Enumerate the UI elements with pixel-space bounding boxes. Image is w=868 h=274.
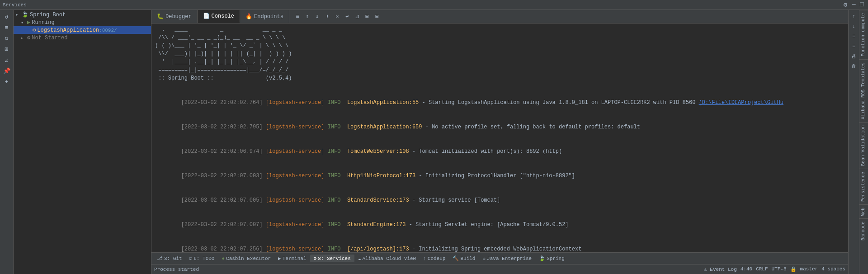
logstash-icon: ⚙ (33, 27, 36, 33)
charset-display[interactable]: UTF-8 (772, 266, 787, 272)
scroll-up-btn[interactable]: ↑ (849, 12, 859, 21)
services-tree: ▾ 🍃 Spring Boot ▾ ▶ Running ⚙ LogstashAp… (14, 10, 151, 274)
alibaba-label: Alibaba Cloud View (362, 256, 416, 261)
scroll-down-btn[interactable]: ↓ (849, 22, 859, 31)
ascii-line-1: . ____ _ __ _ _ (155, 25, 844, 33)
git-label: 3: Git (164, 256, 182, 261)
far-right-label-barcode[interactable]: Barcode (859, 218, 868, 243)
ascii-line-3: ( ( )\___ | '_ | '_| | '_ \/ _` | \ \ \ … (155, 42, 844, 50)
minimize-icon[interactable]: ─ (850, 1, 857, 9)
casbin-label: Casbin Executor (226, 256, 271, 261)
logstash-port: :8892/ (99, 28, 117, 33)
right-sidebar: ↑ ↓ ≡ ≡ 🖨 🗑 (848, 10, 859, 274)
tabs-bar: 🐛 Debugger 📄 Console 🔥 Endpoints ≡ ⇑ ⇓ ⬇… (151, 10, 848, 24)
title-bar-text: Services (3, 2, 27, 8)
todo-icon: ☑ (189, 255, 193, 261)
clear-btn[interactable]: ✕ (333, 12, 342, 21)
far-right-label-function-compute[interactable]: Function compute (859, 10, 868, 59)
branch-display[interactable]: master (800, 266, 818, 272)
tab-java-enterprise[interactable]: ☕ Java Enterprise (479, 255, 535, 262)
alibaba-icon: ☁ (358, 255, 361, 261)
settings-icon[interactable]: ⚙ (842, 1, 849, 9)
arrow-icon: ▾ (21, 20, 26, 25)
log-line-7: [2022-03-02 22:02:07.256] [logstash-serv… (155, 237, 844, 252)
ascii-line-2: /\\ / ___'_ __ _ _(_)_ __ __ _ \ \ \ \ (155, 33, 844, 42)
tab-codeup[interactable]: ↑ Codeup (420, 255, 449, 262)
java-enterprise-label: Java Enterprise (487, 256, 532, 261)
tab-spring[interactable]: 🍃 Spring (535, 255, 568, 262)
scroll-up-btn[interactable]: ⇑ (303, 12, 312, 21)
endpoints-icon: 🔥 (245, 13, 252, 20)
tree-item-logstash[interactable]: ⚙ LogstashApplication :8892/ (14, 26, 151, 34)
format-btn[interactable]: ≡ (849, 42, 859, 51)
far-right-label-bean-validation[interactable]: Bean Validation (859, 122, 868, 169)
group-btn[interactable]: ⊞ (2, 44, 12, 54)
sort-btn[interactable]: ⇅ (2, 33, 12, 43)
line-ending[interactable]: CRLF (756, 266, 768, 272)
far-right-label-alibaba-ros[interactable]: Alibaba ROS Templates (859, 59, 868, 122)
left-sidebar: ↺ ≡ ⇅ ⊞ ⊿ 📌 + (0, 10, 14, 274)
log-line-4: [2022-03-02 22:02:07.003] [logstash-serv… (155, 164, 844, 188)
tab-services[interactable]: ⚙ 8: Services (310, 255, 354, 262)
codeup-label: Codeup (428, 256, 446, 261)
collapse-btn[interactable]: ≡ (2, 23, 12, 33)
casbin-icon: ● (222, 256, 225, 261)
scroll-end-btn[interactable]: ⬇ (323, 12, 332, 21)
tree-item-spring-boot[interactable]: ▾ 🍃 Spring Boot (14, 11, 151, 19)
running-label: Running (32, 19, 54, 26)
far-right-label-web[interactable]: Web (859, 204, 868, 218)
tab-debugger[interactable]: 🐛 Debugger (151, 10, 198, 23)
endpoints-label: Endpoints (254, 14, 283, 20)
services-panel: ▾ 🍃 Spring Boot ▾ ▶ Running ⚙ LogstashAp… (14, 10, 151, 274)
tree-item-running[interactable]: ▾ ▶ Running (14, 19, 151, 26)
line-wrap-btn[interactable]: ≡ (849, 32, 859, 41)
wrap-btn[interactable]: ↩ (343, 12, 352, 21)
format-btn[interactable]: ⊟ (373, 12, 382, 21)
filter-btn[interactable]: ⊿ (353, 12, 362, 21)
far-right-label-persistence[interactable]: Persistence (859, 169, 868, 204)
tree-item-not-started[interactable]: ▸ ⚙ Not Started (14, 34, 151, 42)
tab-git[interactable]: ⎇ 3: Git (153, 255, 186, 262)
status-right-group: ⚠ Event Log 4:40 CRLF UTF-8 🔒 master 4 s… (704, 266, 845, 272)
logstash-label: LogstashApplication (37, 27, 99, 33)
terminal-icon: ▶ (278, 255, 281, 261)
bottom-tabs-bar: ⎇ 3: Git ☑ 6: TODO ● Casbin Executor ▶ T… (151, 252, 848, 264)
title-bar: Services ⚙ ─ □ (0, 0, 868, 10)
console-toolbar-area: ≡ ⇑ ⇓ ⬇ ✕ ↩ ⊿ ⊞ ⊟ (293, 10, 382, 23)
status-bar: Process started ⚠ Event Log 4:40 CRLF UT… (151, 264, 848, 274)
tab-todo[interactable]: ☑ 6: TODO (186, 255, 218, 262)
event-log-btn[interactable]: ⚠ Event Log (704, 266, 737, 272)
console-label: Console (212, 13, 234, 19)
build-icon: 🔨 (453, 255, 459, 261)
process-status: Process started (154, 267, 199, 272)
add-btn[interactable]: + (2, 77, 12, 87)
java-enterprise-icon: ☕ (482, 255, 486, 261)
filter-btn[interactable]: ⊿ (2, 55, 12, 65)
pin-btn[interactable]: 📌 (2, 66, 12, 76)
scroll-down-btn[interactable]: ⇓ (313, 12, 322, 21)
spring-boot-label: Spring Boot (30, 12, 66, 18)
indent-display[interactable]: 4 spaces (821, 266, 845, 272)
tab-endpoints[interactable]: 🔥 Endpoints (240, 10, 289, 23)
tab-alibaba[interactable]: ☁ Alibaba Cloud View (354, 255, 420, 262)
not-started-label: Not Started (32, 35, 67, 41)
git-icon: ⎇ (157, 255, 163, 261)
refresh-btn[interactable]: ↺ (2, 12, 12, 22)
main-area: ↺ ≡ ⇅ ⊞ ⊿ 📌 + ▾ 🍃 Spring Boot ▾ ▶ Runnin… (0, 10, 868, 274)
tab-casbin[interactable]: ● Casbin Executor (218, 255, 274, 262)
debugger-label: Debugger (165, 14, 192, 20)
tab-build[interactable]: 🔨 Build (449, 255, 479, 262)
tab-terminal[interactable]: ▶ Terminal (274, 255, 310, 262)
trash-btn[interactable]: 🗑 (849, 61, 859, 71)
print-btn[interactable]: ⊞ (363, 12, 372, 21)
log-line-3: [2022-03-02 22:02:06.974] [logstash-serv… (155, 139, 844, 164)
console-output[interactable]: . ____ _ __ _ _ /\\ / ___'_ __ _ _(_)_ _… (151, 24, 848, 252)
print-btn[interactable]: 🖨 (849, 52, 859, 61)
arrow-icon: ▾ (15, 12, 21, 18)
console-options-btn[interactable]: ≡ (293, 12, 302, 21)
tab-console[interactable]: 📄 Console (198, 10, 240, 23)
expand-icon[interactable]: □ (859, 1, 865, 9)
spring-version-line: :: Spring Boot :: (v2.5.4) (155, 74, 844, 82)
far-right-panel: Function compute Alibaba ROS Templates B… (859, 10, 868, 274)
spring-label: Spring (547, 256, 565, 261)
